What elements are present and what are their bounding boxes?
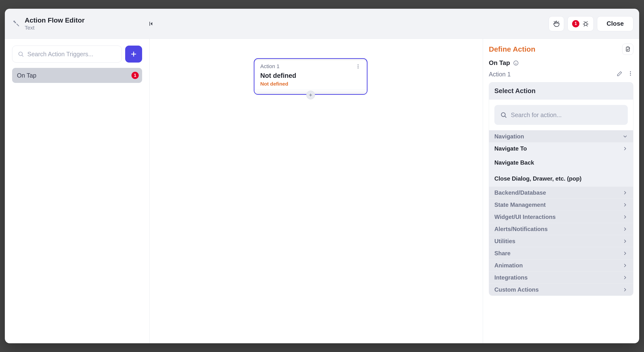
action-list: Navigation Navigate To Navigate Back Clo… (489, 130, 633, 295)
debug-badge: 1 (572, 20, 579, 27)
search-icon (18, 51, 24, 57)
action-label: Close Dialog, Drawer, etc. (pop) (494, 175, 582, 182)
node-header: Action 1 (260, 63, 361, 70)
trigger-search-box[interactable] (12, 46, 122, 63)
hand-tap-icon (553, 20, 560, 27)
collapse-sidebar-button[interactable] (146, 19, 155, 28)
select-action-title: Select Action (494, 87, 628, 95)
svg-point-4 (358, 68, 358, 69)
chevron-right-icon (622, 239, 628, 244)
paste-action-button[interactable] (622, 44, 633, 55)
category-share[interactable]: Share (489, 247, 633, 259)
svg-point-3 (358, 66, 358, 67)
action-menu-button[interactable] (628, 71, 633, 78)
chevron-right-icon (622, 146, 628, 151)
topbar: Action Flow Editor Text (5, 9, 639, 39)
action-search-input[interactable] (511, 111, 622, 119)
category-label: Utilities (494, 238, 516, 245)
category-label: Backend/Database (494, 189, 546, 196)
action-preview-button[interactable] (548, 16, 564, 31)
node-menu-button[interactable] (355, 64, 361, 69)
chevron-right-icon (622, 202, 628, 208)
category-label: Share (494, 250, 510, 257)
trigger-label-row: On Tap (489, 59, 633, 67)
category-alerts[interactable]: Alerts/Notifications (489, 223, 633, 235)
action-search-box[interactable] (494, 105, 628, 125)
svg-point-2 (358, 65, 358, 65)
trigger-item-badge: 1 (132, 72, 139, 79)
title-block: Action Flow Editor Text (25, 17, 84, 31)
action-name-actions (616, 71, 633, 78)
select-action-header: Select Action (489, 82, 633, 100)
chevron-right-icon (622, 251, 628, 256)
chevron-right-icon (622, 275, 628, 280)
action-navigate-back[interactable]: Navigate Back (489, 154, 633, 170)
select-action-card: Select Action Navigation (489, 82, 633, 296)
sidebar-search-row (12, 46, 142, 63)
chevron-right-icon (622, 263, 628, 268)
category-custom-actions[interactable]: Custom Actions (489, 283, 633, 295)
topbar-left: Action Flow Editor Text (12, 17, 155, 31)
debug-button[interactable]: 1 (568, 16, 594, 31)
dialog-body: On Tap 1 Action 1 (5, 39, 639, 343)
action-navigate-to[interactable]: Navigate To (489, 142, 633, 154)
category-label: Custom Actions (494, 286, 539, 293)
category-label: Integrations (494, 274, 528, 281)
category-state-management[interactable]: State Management (489, 199, 633, 211)
trigger-item-on-tap[interactable]: On Tap 1 (12, 68, 142, 83)
category-label: Alerts/Notifications (494, 226, 548, 233)
svg-point-10 (502, 113, 505, 117)
close-button-label: Close (607, 20, 624, 27)
bug-icon (582, 20, 589, 27)
action-label: Navigate To (494, 145, 527, 152)
kebab-icon (628, 71, 633, 76)
close-button[interactable]: Close (597, 16, 633, 31)
chevron-right-icon (622, 287, 628, 292)
canvas[interactable]: Action 1 Not defined Not defined (150, 39, 483, 343)
action-node[interactable]: Action 1 Not defined Not defined (254, 58, 368, 95)
category-navigation[interactable]: Navigation (489, 130, 633, 142)
rename-action-button[interactable] (616, 71, 623, 78)
right-panel: Define Action On Tap (483, 39, 639, 343)
kebab-icon (356, 64, 361, 69)
action-name-row: Action 1 (489, 71, 633, 78)
right-panel-header: Define Action (489, 44, 633, 55)
modal-overlay: Action Flow Editor Text (0, 0, 644, 352)
node-head-label: Action 1 (260, 63, 280, 70)
trigger-name-label: On Tap (489, 59, 510, 67)
search-icon (500, 111, 507, 118)
category-animation[interactable]: Animation (489, 259, 633, 271)
chevron-down-icon (622, 134, 628, 139)
category-label: Navigation (494, 133, 524, 140)
category-integrations[interactable]: Integrations (489, 271, 633, 283)
sidebar: On Tap 1 (5, 39, 150, 343)
define-action-title: Define Action (489, 45, 535, 53)
action-flow-icon (12, 20, 20, 28)
trigger-search-input[interactable] (27, 51, 116, 58)
category-widget-ui[interactable]: Widget/UI Interactions (489, 211, 633, 223)
svg-point-0 (584, 23, 587, 26)
dialog-subtitle: Text (25, 25, 84, 31)
add-trigger-button[interactable] (125, 46, 142, 63)
node-subtitle: Not defined (260, 81, 361, 87)
chevron-right-icon (622, 226, 628, 232)
category-backend-database[interactable]: Backend/Database (489, 187, 633, 199)
chevron-right-icon (622, 190, 628, 195)
category-utilities[interactable]: Utilities (489, 235, 633, 247)
svg-point-7 (630, 71, 631, 72)
action-close-dialog[interactable]: Close Dialog, Drawer, etc. (pop) (489, 170, 633, 187)
category-label: State Management (494, 202, 546, 208)
svg-point-1 (19, 52, 22, 56)
add-node-button[interactable] (306, 91, 315, 99)
pencil-icon (616, 71, 623, 77)
trigger-item-label: On Tap (17, 72, 36, 79)
topbar-right: 1 Close (548, 16, 633, 31)
chevron-right-icon (622, 214, 628, 220)
category-label: Animation (494, 262, 523, 269)
node-title: Not defined (260, 72, 361, 80)
action-name-label: Action 1 (489, 71, 510, 78)
svg-point-9 (630, 75, 631, 76)
info-icon[interactable] (513, 60, 519, 66)
action-label: Navigate Back (494, 159, 534, 166)
svg-point-8 (630, 73, 631, 74)
